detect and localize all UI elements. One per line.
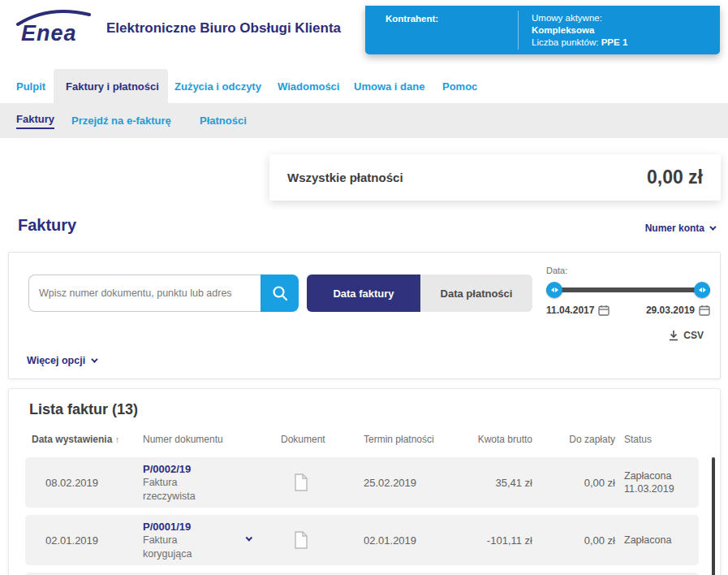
slider-handle-end[interactable] [694, 282, 710, 298]
date-range-group: Data: 11.04.2017 [546, 266, 710, 316]
search-icon [272, 285, 288, 301]
slider-track [546, 288, 710, 292]
contracts-label: Umowy aktywne: [532, 12, 720, 24]
enea-logo[interactable]: Enea [15, 6, 96, 49]
calendar-icon [699, 305, 710, 316]
filter-panel: Data faktury Data płatności Data: 11.04.… [8, 252, 721, 379]
contract-details: Umowy aktywne: Kompleksowa Liczba punktó… [519, 6, 720, 54]
contract-info-box: Kontrahent: Umowy aktywne: Kompleksowa L… [365, 6, 720, 54]
cell-gross-amount: 35,41 zł [451, 477, 532, 489]
toggle-data-faktury[interactable]: Data faktury [307, 275, 420, 312]
invoices-section-header: Faktury Numer konta [0, 210, 728, 245]
cell-status: Zapłacona 11.03.2019 [615, 469, 699, 495]
calendar-icon [598, 305, 610, 316]
toggle-data-platnosci[interactable]: Data płatności [420, 275, 532, 312]
invoice-number-link[interactable]: P/0002/19 [143, 462, 228, 476]
summary-label: Wszystkie płatności [287, 171, 403, 184]
invoice-list-title: Lista faktur (13) [29, 401, 138, 418]
table-row: 02.01.2019 P/0001/19 Faktura korygująca … [25, 515, 699, 565]
subnav-item-faktury[interactable]: Faktury [16, 103, 54, 138]
nav-item-pomoc[interactable]: Pomoc [442, 69, 477, 103]
points-label: Liczba punktów: [532, 37, 598, 47]
slider-handle-glyph [555, 288, 558, 292]
sort-asc-icon: ↑ [115, 434, 120, 444]
contractor-label: Kontrahent: [365, 6, 518, 54]
subnav-item-e-faktura[interactable]: Przejdź na e-fakturę [71, 103, 171, 138]
column-header-gross[interactable]: Kwota brutto [451, 434, 532, 445]
cell-expand [228, 538, 265, 543]
slider-handle-start[interactable] [546, 282, 562, 298]
date-to-value: 29.03.2019 [646, 305, 695, 316]
status-badge: Zapłacona [624, 469, 699, 482]
contracts-value: Kompleksowa [532, 24, 720, 37]
logo-text: Enea [21, 21, 77, 46]
cell-to-pay-amount: 0,00 zł [532, 534, 615, 547]
download-icon [669, 331, 678, 341]
status-date: 11.03.2019 [624, 482, 699, 495]
nav-item-wiadomosci[interactable]: Wiadomości [278, 69, 339, 103]
cell-to-pay-amount: 0,00 zł [532, 477, 615, 489]
summary-value: 0,00 zł [647, 166, 703, 188]
document-icon [294, 531, 308, 549]
nav-item-pulpit[interactable]: Pulpit [16, 69, 45, 103]
more-options-toggle[interactable]: Więcej opcji [27, 355, 96, 366]
points-line: Liczba punktów: PPE 1 [532, 37, 720, 49]
table-row: 08.02.2019 P/0002/19 Faktura rzeczywista… [25, 457, 699, 508]
status-badge: Zapłacona [624, 534, 699, 547]
invoice-rows: 08.02.2019 P/0002/19 Faktura rzeczywista… [25, 457, 699, 575]
cell-due-date: 02.01.2019 [338, 534, 451, 547]
csv-export-link[interactable]: CSV [669, 330, 704, 341]
column-header-due-date[interactable]: Termin płatności [338, 434, 451, 445]
date-from-calendar-button[interactable] [598, 305, 610, 316]
document-download-button[interactable] [265, 531, 338, 549]
account-number-dropdown[interactable]: Numer konta [645, 223, 714, 234]
search-button[interactable] [261, 275, 299, 312]
nav-item-faktury-i-platnosci[interactable]: Faktury i płatności [66, 69, 159, 103]
points-value: PPE 1 [601, 37, 628, 47]
main-navigation: Pulpit Faktury i płatności Zużycia i odc… [0, 69, 728, 103]
top-header: Enea Elektroniczne Biuro Obsługi Klienta… [0, 0, 728, 57]
chevron-down-icon [709, 223, 716, 230]
invoice-list-panel: Lista faktur (13) Data wystawienia ↑ Num… [8, 388, 721, 575]
app-title: Elektroniczne Biuro Obsługi Klienta [106, 20, 341, 37]
nav-item-zuzycia-i-odczyty[interactable]: Zużycia i odczyty [174, 69, 261, 103]
date-to-group: 29.03.2019 [646, 305, 710, 316]
date-range-label: Data: [546, 266, 710, 275]
column-header-doc-number[interactable]: Numer dokumentu [123, 434, 228, 445]
slider-handle-glyph [703, 288, 706, 292]
search-bar [28, 275, 299, 312]
date-values-row: 11.04.2017 29.03.2019 [546, 305, 710, 316]
invoice-type-label: Faktura korygująca [143, 534, 228, 561]
date-to-calendar-button[interactable] [699, 305, 710, 316]
slider-handle-glyph [699, 288, 702, 292]
column-header-document: Dokument [265, 434, 338, 445]
cell-document-info: P/0001/19 Faktura korygująca [123, 520, 228, 561]
cell-issue-date: 02.01.2019 [25, 534, 123, 547]
table-header-row: Data wystawienia ↑ Numer dokumentu Dokum… [25, 434, 699, 445]
date-from-value: 11.04.2017 [546, 305, 594, 316]
ebok-page: Enea Elektroniczne Biuro Obsługi Klienta… [0, 0, 728, 575]
nav-item-umowa-i-dane[interactable]: Umowa i dane [354, 69, 424, 103]
invoice-type-label: Faktura rzeczywista [143, 476, 228, 504]
document-download-button[interactable] [265, 473, 338, 491]
search-input[interactable] [28, 275, 261, 312]
slider-handle-glyph [551, 288, 554, 292]
cell-status: Zapłacona [615, 534, 699, 547]
page-title: Faktury [18, 216, 76, 235]
column-header-to-pay[interactable]: Do zapłaty [532, 434, 615, 445]
document-icon [294, 473, 308, 491]
column-header-status[interactable]: Status [615, 434, 699, 445]
chevron-down-icon [91, 356, 97, 362]
cell-issue-date: 08.02.2019 [25, 477, 123, 489]
invoice-number-link[interactable]: P/0001/19 [143, 520, 228, 534]
column-header-issue-date[interactable]: Data wystawienia ↑ [25, 434, 123, 445]
cell-due-date: 25.02.2019 [338, 477, 451, 489]
cell-document-info: P/0002/19 Faktura rzeczywista [123, 462, 228, 504]
date-range-slider[interactable] [546, 282, 710, 298]
expand-chevron-icon[interactable] [245, 534, 252, 541]
all-payments-summary-card: Wszystkie płatności 0,00 zł [269, 154, 721, 201]
date-type-toggle: Data faktury Data płatności [307, 275, 532, 312]
list-scrollbar[interactable] [712, 457, 715, 575]
csv-label: CSV [683, 330, 704, 341]
subnav-item-platnosci[interactable]: Płatności [200, 103, 247, 138]
